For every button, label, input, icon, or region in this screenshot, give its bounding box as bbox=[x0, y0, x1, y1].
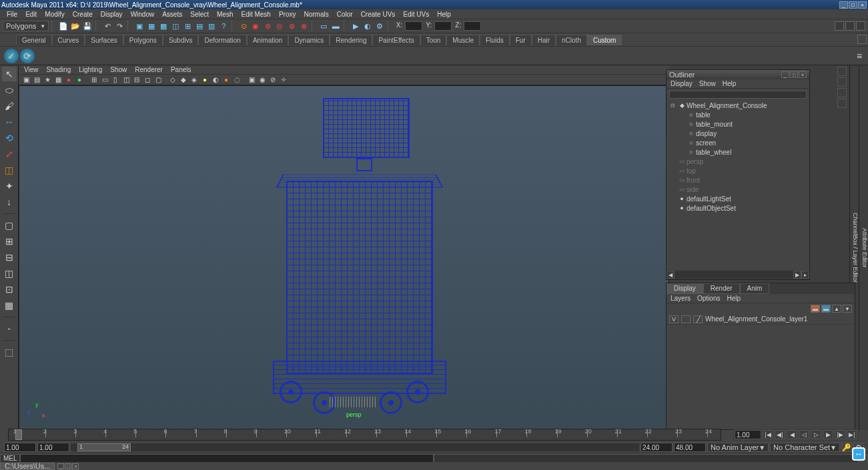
outliner-scroll-left[interactable]: ◀ bbox=[667, 271, 675, 279]
shelf-tab-rendering[interactable]: Rendering bbox=[330, 35, 372, 45]
layout-three-icon[interactable]: ⊡ bbox=[2, 282, 17, 297]
last-tool-icon[interactable]: ↓ bbox=[2, 195, 17, 209]
layer-tab-render[interactable]: Render bbox=[703, 283, 740, 294]
range-start-input[interactable] bbox=[4, 443, 36, 452]
soft-mod-tool-icon[interactable]: ✦ bbox=[2, 179, 17, 193]
layer-row[interactable]: V ╱ Wheel_Alignment_Console_layer1 bbox=[667, 314, 855, 325]
snap-plane-icon[interactable]: ◎ bbox=[274, 21, 285, 31]
sidebar-toggle-1[interactable] bbox=[835, 21, 844, 31]
autokey-toggle-icon[interactable]: 🔑 bbox=[841, 443, 852, 452]
shelf-tab-subdivs[interactable]: Subdivs bbox=[163, 35, 199, 45]
cbx-icon-3[interactable] bbox=[837, 88, 847, 97]
sidebar-toggle-2[interactable] bbox=[845, 21, 855, 31]
redo-icon[interactable]: ↷ bbox=[114, 21, 125, 31]
step-forward-key-icon[interactable]: |▶ bbox=[835, 430, 845, 439]
menu-modify[interactable]: Modify bbox=[41, 11, 68, 18]
paint-select-tool-icon[interactable]: 🖌 bbox=[2, 99, 17, 113]
menu-edit-mesh[interactable]: Edit Mesh bbox=[237, 11, 274, 18]
shelf-custom-icon-1[interactable]: ✓ bbox=[4, 49, 19, 63]
vp-light-icon[interactable]: ● bbox=[200, 75, 209, 85]
vp-cam-attr-icon[interactable]: ▤ bbox=[32, 75, 41, 85]
vp-menu-shading[interactable]: Shading bbox=[47, 66, 71, 73]
shelf-tab-muscle[interactable]: Muscle bbox=[446, 35, 480, 45]
cbx-icon-4[interactable] bbox=[837, 99, 847, 108]
shelf-tab-hair[interactable]: Hair bbox=[532, 35, 556, 45]
task-minimize[interactable]: _ bbox=[57, 463, 64, 469]
outliner-item[interactable]: ○table_mount bbox=[668, 119, 808, 129]
layout-two-v-icon[interactable]: ◫ bbox=[2, 266, 17, 281]
menu-edit-uvs[interactable]: Edit UVs bbox=[399, 11, 433, 18]
step-back-icon[interactable]: ◀ bbox=[787, 430, 797, 439]
sidebar-toggle-3[interactable] bbox=[856, 21, 865, 31]
outliner-item[interactable]: ●defaultObjectSet bbox=[668, 203, 808, 213]
menu-select[interactable]: Select bbox=[186, 11, 213, 18]
move-tool-icon[interactable]: ↔ bbox=[2, 115, 17, 129]
coord-x-input[interactable] bbox=[405, 21, 422, 31]
cbx-icon-1[interactable] bbox=[837, 67, 847, 76]
outliner-item[interactable]: ●defaultLightSet bbox=[668, 194, 808, 203]
vp-film-gate-icon[interactable]: ▭ bbox=[100, 75, 109, 85]
layer-menu-options[interactable]: Options bbox=[697, 295, 720, 302]
vp-cam-select-icon[interactable]: ▣ bbox=[21, 75, 31, 85]
range-end-input[interactable] bbox=[674, 443, 706, 452]
menu-edit[interactable]: Edit bbox=[21, 11, 41, 18]
sel-mask-7-icon[interactable]: ▥ bbox=[206, 21, 217, 31]
shelf-right-icon[interactable]: ≡ bbox=[852, 49, 867, 63]
layout-single-icon[interactable]: ▢ bbox=[2, 218, 17, 233]
vp-safe-action-icon[interactable]: ◻ bbox=[143, 75, 152, 85]
hist-on-icon[interactable]: ▭ bbox=[318, 21, 329, 31]
shelf-tab-general[interactable]: General bbox=[16, 35, 52, 45]
shelf-tab-painteffects[interactable]: PaintEffects bbox=[372, 35, 420, 45]
layer-up-icon[interactable]: ▲ bbox=[832, 305, 841, 313]
outliner-scroll-end[interactable]: ▸ bbox=[801, 271, 809, 279]
step-forward-icon[interactable]: ▶ bbox=[823, 430, 833, 439]
lasso-tool-icon[interactable]: ⬭ bbox=[2, 83, 17, 97]
attribute-editor-tab[interactable]: Attribute Editor bbox=[859, 65, 868, 430]
shelf-tab-dynamics[interactable]: Dynamics bbox=[288, 35, 330, 45]
outliner-item[interactable]: ⊟◆Wheel_Alignment_Console bbox=[668, 101, 808, 110]
ipr-icon[interactable]: ◐ bbox=[362, 21, 373, 31]
goto-end-icon[interactable]: ▶| bbox=[847, 430, 857, 439]
menu-window[interactable]: Window bbox=[127, 11, 159, 18]
layer-type-toggle[interactable] bbox=[681, 315, 691, 323]
new-scene-icon[interactable]: 📄 bbox=[58, 21, 69, 31]
outliner-search-input[interactable] bbox=[669, 91, 807, 99]
snap-curve-icon[interactable]: ◉ bbox=[250, 21, 261, 31]
vp-menu-panels[interactable]: Panels bbox=[171, 66, 191, 73]
vp-xray-icon[interactable]: ◌ bbox=[232, 75, 242, 85]
vp-show-all-icon[interactable]: ◉ bbox=[258, 75, 267, 85]
layer-visibility-toggle[interactable]: V bbox=[669, 315, 679, 323]
task-maximize[interactable]: □ bbox=[65, 463, 71, 469]
snap-grid-icon[interactable]: ⊙ bbox=[238, 21, 249, 31]
sel-mask-3-icon[interactable]: ▩ bbox=[158, 21, 169, 31]
vp-hq-icon[interactable]: ● bbox=[222, 75, 231, 85]
coord-z-input[interactable] bbox=[464, 21, 481, 31]
vp-gate-mask-icon[interactable]: ◫ bbox=[121, 75, 131, 85]
shelf-tab-polygons[interactable]: Polygons bbox=[123, 35, 163, 45]
outliner-tree[interactable]: ⊟◆Wheel_Alignment_Console○table○table_mo… bbox=[667, 99, 809, 270]
render-icon[interactable]: ▶ bbox=[350, 21, 361, 31]
vp-safe-title-icon[interactable]: ▢ bbox=[153, 75, 163, 85]
shelf-tab-toon[interactable]: Toon bbox=[420, 35, 447, 45]
outliner-item[interactable]: ▭side bbox=[668, 185, 808, 194]
menu-file[interactable]: File bbox=[3, 11, 21, 18]
cbx-icon-2[interactable] bbox=[837, 77, 847, 87]
viewport[interactable]: persp y x z bbox=[19, 85, 669, 430]
vp-image-plane-icon[interactable]: ▦ bbox=[53, 75, 63, 85]
range-inner-end-input[interactable] bbox=[640, 443, 673, 452]
vp-isolate-icon[interactable]: ▣ bbox=[247, 75, 256, 85]
layer-menu-layers[interactable]: Layers bbox=[671, 295, 691, 302]
undo-icon[interactable]: ↶ bbox=[102, 21, 113, 31]
goto-start-icon[interactable]: |◀ bbox=[763, 430, 773, 439]
help-icon[interactable]: ? bbox=[218, 21, 229, 31]
outliner-scroll-right[interactable]: ▶ bbox=[793, 271, 801, 279]
shelf-tab-animation[interactable]: Animation bbox=[247, 35, 288, 45]
play-forward-icon[interactable]: ▷ bbox=[811, 430, 821, 439]
open-scene-icon[interactable]: 📂 bbox=[70, 21, 81, 31]
menu-assets[interactable]: Assets bbox=[158, 11, 186, 18]
sel-mask-5-icon[interactable]: ⊞ bbox=[182, 21, 193, 31]
layer-tab-anim[interactable]: Anim bbox=[740, 283, 770, 294]
vp-shaded-icon[interactable]: ◆ bbox=[179, 75, 188, 85]
menu-create-uvs[interactable]: Create UVs bbox=[357, 11, 400, 18]
vp-grid-icon[interactable]: ⊞ bbox=[89, 75, 99, 85]
